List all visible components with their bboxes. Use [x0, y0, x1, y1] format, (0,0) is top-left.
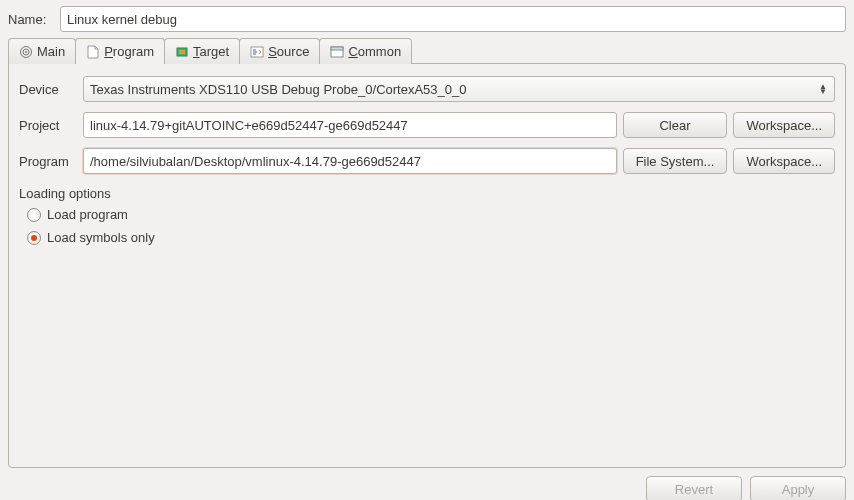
radio-icon [27, 208, 41, 222]
project-input[interactable] [83, 112, 617, 138]
program-label: Program [19, 154, 77, 169]
tab-main[interactable]: Main [8, 38, 76, 64]
tab-strip: Main Program Target Source [8, 38, 846, 64]
radio-load-symbols[interactable]: Load symbols only [27, 230, 835, 245]
loading-options-title: Loading options [19, 186, 835, 201]
device-value: Texas Instruments XDS110 USB Debug Probe… [90, 82, 467, 97]
source-icon [250, 45, 264, 59]
svg-rect-4 [179, 50, 185, 54]
name-label: Name: [8, 12, 54, 27]
svg-point-2 [25, 51, 27, 53]
name-input[interactable] [60, 6, 846, 32]
tab-label: Common [348, 44, 401, 59]
tab-program[interactable]: Program [75, 38, 165, 64]
tab-target[interactable]: Target [164, 38, 240, 64]
svg-rect-7 [331, 47, 343, 50]
radio-icon [27, 231, 41, 245]
project-label: Project [19, 118, 77, 133]
tab-label: Main [37, 44, 65, 59]
window-icon [330, 45, 344, 59]
tab-source[interactable]: Source [239, 38, 320, 64]
chip-icon [175, 45, 189, 59]
device-label: Device [19, 82, 77, 97]
apply-button[interactable]: Apply [750, 476, 846, 500]
project-workspace-button[interactable]: Workspace... [733, 112, 835, 138]
tab-label: Source [268, 44, 309, 59]
document-icon [86, 45, 100, 59]
program-workspace-button[interactable]: Workspace... [733, 148, 835, 174]
device-combo[interactable]: Texas Instruments XDS110 USB Debug Probe… [83, 76, 835, 102]
radio-label: Load symbols only [47, 230, 155, 245]
program-tab-panel: Device Texas Instruments XDS110 USB Debu… [8, 63, 846, 468]
filesystem-button[interactable]: File System... [623, 148, 728, 174]
radio-label: Load program [47, 207, 128, 222]
program-input[interactable] [83, 148, 617, 174]
tab-common[interactable]: Common [319, 38, 412, 64]
revert-button[interactable]: Revert [646, 476, 742, 500]
tab-label: Target [193, 44, 229, 59]
target-icon [19, 45, 33, 59]
tab-label: Program [104, 44, 154, 59]
updown-icon: ▲▼ [818, 84, 828, 94]
clear-button[interactable]: Clear [623, 112, 728, 138]
radio-load-program[interactable]: Load program [27, 207, 835, 222]
